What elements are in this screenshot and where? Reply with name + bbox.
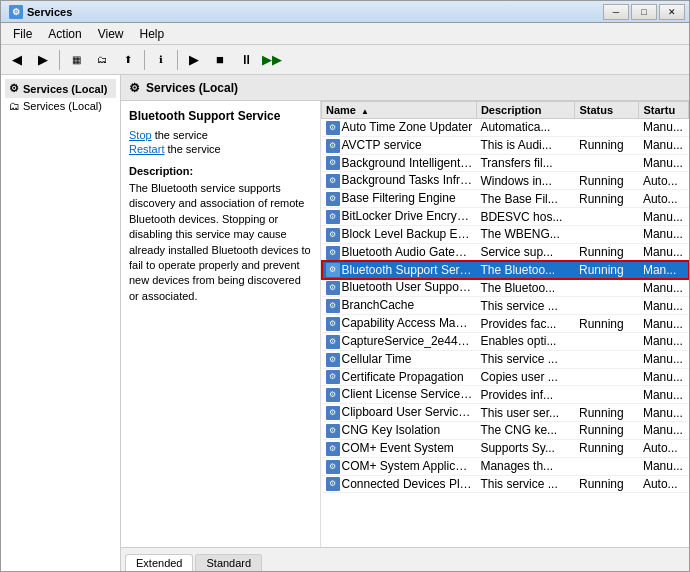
table-row[interactable]: ⚙Cellular TimeThis service ...Manu... [322,350,689,368]
gear-icon-header: ⚙ [129,81,140,95]
tab-extended[interactable]: Extended [125,554,193,571]
service-icon: ⚙ [326,406,340,420]
service-icon: ⚙ [326,174,340,188]
service-icon: ⚙ [326,156,340,170]
services-table-container[interactable]: Name ▲ Description Status [321,101,689,547]
play-button[interactable]: ▶ [182,48,206,72]
menu-action[interactable]: Action [40,25,89,43]
service-restart-link[interactable]: Restart the service [129,143,312,155]
table-row[interactable]: ⚙BitLocker Drive Encryption ...BDESVC ho… [322,208,689,226]
col-header-desc[interactable]: Description [476,102,575,119]
service-desc: This user ser... [476,404,575,422]
service-status [575,386,639,404]
show-hide-button[interactable]: ▦ [64,48,88,72]
table-row[interactable]: ⚙COM+ Event SystemSupports Sy...RunningA… [322,439,689,457]
info-button[interactable]: ℹ [149,48,173,72]
table-row[interactable]: ⚙Bluetooth User Support Ser...The Blueto… [322,279,689,297]
col-status-label: Status [579,104,613,116]
service-status: Running [575,475,639,493]
stop-link[interactable]: Stop [129,129,152,141]
service-status: Running [575,172,639,190]
table-row[interactable]: ⚙Bluetooth Audio Gateway S...Service sup… [322,243,689,261]
service-desc: The WBENG... [476,225,575,243]
service-status: Running [575,190,639,208]
table-row[interactable]: ⚙Background Intelligent Tran...Transfers… [322,154,689,172]
service-startup: Auto... [639,475,689,493]
table-row[interactable]: ⚙Capability Access Manager ...Provides f… [322,315,689,333]
service-name: Capability Access Manager ... [342,316,477,330]
tree-button[interactable]: 🗂 [90,48,114,72]
service-desc: Provides inf... [476,386,575,404]
table-row[interactable]: ⚙Client License Service (ClipS...Provide… [322,386,689,404]
table-row[interactable]: ⚙Connected Devices Platfor...This servic… [322,475,689,493]
service-desc: This is Audi... [476,136,575,154]
service-desc: The CNG ke... [476,422,575,440]
service-startup: Manu... [639,332,689,350]
service-startup: Manu... [639,422,689,440]
service-icon: ⚙ [326,370,340,384]
service-startup: Manu... [639,136,689,154]
table-row[interactable]: ⚙Block Level Backup Engine ...The WBENG.… [322,225,689,243]
service-name: Background Tasks Infrastruct... [342,173,477,187]
col-header-startup[interactable]: Startu [639,102,689,119]
left-panel-header: ⚙ Services (Local) [5,79,116,98]
service-desc: Automatica... [476,119,575,137]
forward-button[interactable]: ▶ [31,48,55,72]
table-row[interactable]: ⚙Background Tasks Infrastruct...Windows … [322,172,689,190]
gear-icon: ⚙ [9,82,19,95]
service-desc: Windows in... [476,172,575,190]
service-startup: Manu... [639,386,689,404]
table-row[interactable]: ⚙COM+ System ApplicationManages th...Man… [322,457,689,475]
col-desc-label: Description [481,104,542,116]
table-row[interactable]: ⚙BranchCacheThis service ...Manu... [322,297,689,315]
table-row[interactable]: ⚙AVCTP serviceThis is Audi...RunningManu… [322,136,689,154]
pause-button[interactable]: ⏸ [234,48,258,72]
stop-button[interactable]: ■ [208,48,232,72]
bottom-tabs: Extended Standard [121,547,689,571]
menu-file[interactable]: File [5,25,40,43]
menu-view[interactable]: View [90,25,132,43]
tree-item-local[interactable]: 🗂 Services (Local) [5,98,116,114]
service-desc: Supports Sy... [476,439,575,457]
service-status: Running [575,422,639,440]
restart-button[interactable]: ▶▶ [260,48,284,72]
maximize-button[interactable]: □ [631,4,657,20]
table-row[interactable]: ⚙Base Filtering EngineThe Base Fil...Run… [322,190,689,208]
window-title: Services [27,6,72,18]
service-name: Bluetooth Audio Gateway S... [342,245,477,259]
service-name: Background Intelligent Tran... [342,156,477,170]
tab-standard[interactable]: Standard [195,554,262,571]
service-status [575,208,639,226]
sort-arrow-name: ▲ [361,107,369,116]
menu-help[interactable]: Help [132,25,173,43]
table-row[interactable]: ⚙CNG Key IsolationThe CNG ke...RunningMa… [322,422,689,440]
table-row[interactable]: ⚙Certificate PropagationCopies user ...M… [322,368,689,386]
table-row[interactable]: ⚙CaptureService_2e44cb2Enables opti...Ma… [322,332,689,350]
service-status [575,279,639,297]
service-desc: Manages th... [476,457,575,475]
service-name: Block Level Backup Engine ... [342,227,477,241]
title-bar: ⚙ Services ─ □ ✕ [1,1,689,23]
table-row[interactable]: ⚙Clipboard User Service_2e44...This user… [322,404,689,422]
table-header-row: Name ▲ Description Status [322,102,689,119]
tree-item-label: Services (Local) [23,100,102,112]
up-button[interactable]: ⬆ [116,48,140,72]
service-name: BitLocker Drive Encryption ... [342,209,477,223]
service-status: Running [575,243,639,261]
table-row[interactable]: ⚙Bluetooth Support ServiceThe Bluetoo...… [322,261,689,279]
col-header-name[interactable]: Name ▲ [322,102,477,119]
back-button[interactable]: ◀ [5,48,29,72]
service-desc: Service sup... [476,243,575,261]
col-header-status[interactable]: Status [575,102,639,119]
service-startup: Man... [639,261,689,279]
service-icon: ⚙ [326,121,340,135]
minimize-button[interactable]: ─ [603,4,629,20]
service-icon: ⚙ [326,317,340,331]
service-stop-link[interactable]: Stop the service [129,129,312,141]
restart-link[interactable]: Restart [129,143,164,155]
service-startup: Manu... [639,297,689,315]
service-name: Certificate Propagation [342,370,464,384]
table-row[interactable]: ⚙Auto Time Zone UpdaterAutomatica...Manu… [322,119,689,137]
close-button[interactable]: ✕ [659,4,685,20]
left-panel-title: Services (Local) [23,83,107,95]
